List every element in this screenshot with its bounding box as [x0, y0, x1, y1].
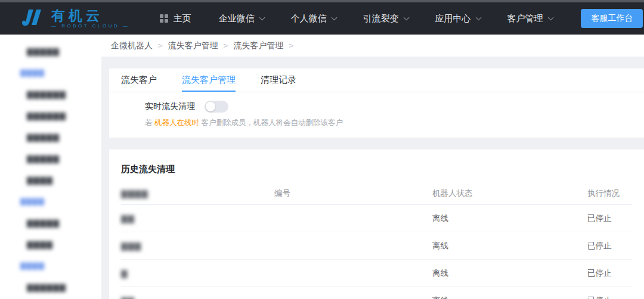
- logo-name-cn: 有机云: [51, 9, 129, 22]
- main-content: 企微机器人 > 流失客户管理 > 流失客户管理 > 流失客户 流失客户管理 清理…: [101, 35, 644, 299]
- cell-robot-status: 离线: [432, 268, 587, 279]
- cell-robot-status: 离线: [432, 295, 587, 299]
- chevron-down-icon: [476, 14, 482, 20]
- menu-item-label: 引流裂变: [363, 13, 398, 24]
- menu-item-label: 主页: [173, 13, 191, 24]
- cell-execution: 已停止: [587, 213, 632, 224]
- tab-bar: 流失客户 流失客户管理 清理记录: [109, 68, 644, 92]
- tab-clean-records[interactable]: 清理记录: [261, 68, 296, 92]
- chevron-down-icon: [404, 14, 410, 20]
- hint-suffix: 客户删除成员，机器人将会自动删除该客户: [199, 119, 343, 127]
- sidebar-item-blurred[interactable]: ▇▇▇▇: [0, 169, 101, 191]
- chevron-down-icon: [332, 14, 338, 20]
- breadcrumb-item[interactable]: 企微机器人: [111, 41, 153, 51]
- menu-item-work-wechat[interactable]: 企业微信: [205, 2, 277, 35]
- chevron-down-icon: [548, 14, 554, 20]
- cell-name-blurred: ▇▇▇: [121, 241, 274, 251]
- sidebar-item-blurred[interactable]: ▇▇▇▇▇▇: [0, 105, 101, 126]
- sidebar-item-blurred[interactable]: ▇▇▇▇▇▇: [0, 276, 101, 298]
- menu-item-personal-wechat[interactable]: 个人微信: [277, 2, 349, 35]
- hint-prefix: 若: [145, 119, 154, 127]
- cell-execution: 已停止: [587, 241, 632, 251]
- column-header-number: 编号: [274, 188, 432, 199]
- realtime-clean-label: 实时流失清理: [145, 101, 195, 112]
- menu-item-label: 个人微信: [290, 13, 326, 24]
- cell-robot-status: 离线: [432, 241, 587, 251]
- table-row[interactable]: ▇ 离线 已停止: [121, 260, 632, 287]
- toggle-knob: [206, 102, 215, 111]
- cell-execution: 已停止: [587, 268, 632, 279]
- column-header-robot-status: 机器人状态: [432, 188, 587, 199]
- table-row[interactable]: ▇▇ 离线 已停止: [121, 205, 632, 232]
- menu-item-label: 客户管理: [507, 13, 543, 24]
- sidebar-item-blurred[interactable]: ▇▇▇▇▇: [0, 212, 101, 233]
- sidebar-section-blurred[interactable]: ▇▇▇▇: [0, 255, 101, 276]
- menu-item-home[interactable]: 主页: [146, 2, 205, 35]
- cell-robot-status: 离线: [432, 213, 587, 224]
- sidebar-section-blurred[interactable]: ▇▇▇▇: [0, 62, 101, 83]
- cell-name-blurred: ▇▇: [121, 214, 274, 223]
- history-section-title: 历史流失清理: [121, 164, 632, 175]
- hint-highlight: 机器人在线时: [154, 119, 199, 127]
- table-header-row: ▇▇▇▇ 编号 机器人状态 执行情况: [121, 182, 632, 205]
- service-workbench-button[interactable]: 客服工作台: [581, 9, 643, 28]
- cell-name-blurred: ▇▇: [121, 296, 274, 299]
- breadcrumb: 企微机器人 > 流失客户管理 > 流失客户管理 >: [101, 35, 644, 57]
- table-row[interactable]: ▇▇ 离线 已停止: [121, 287, 632, 299]
- sidebar-item-blurred[interactable]: ▇▇▇▇▇: [0, 126, 101, 148]
- chevron-down-icon: [259, 14, 265, 20]
- sidebar-item-blurred[interactable]: ▇▇▇▇: [0, 233, 101, 255]
- menu-item-app-center[interactable]: 应用中心: [421, 2, 493, 35]
- realtime-clean-toggle[interactable]: [205, 101, 228, 113]
- menu-item-traffic-fission[interactable]: 引流裂变: [349, 2, 421, 35]
- tab-churn-customer-mgmt[interactable]: 流失客户管理: [182, 68, 236, 92]
- logo-name-en: — ROBOT CLOUD —: [51, 23, 129, 29]
- cell-name-blurred: ▇: [121, 269, 274, 278]
- breadcrumb-separator: >: [158, 41, 163, 50]
- sidebar-item-blurred[interactable]: ▇▇▇▇▇: [0, 41, 101, 62]
- breadcrumb-item[interactable]: 流失客户管理: [168, 41, 218, 51]
- main-menu: 主页 企业微信 个人微信 引流裂变 应用中心 客户管理: [146, 2, 565, 35]
- realtime-clean-row: 实时流失清理: [145, 101, 644, 113]
- tab-churn-customers[interactable]: 流失客户: [121, 68, 157, 92]
- menu-item-label: 应用中心: [435, 13, 470, 24]
- cell-execution: 已停止: [587, 295, 632, 299]
- logo-icon: [21, 8, 45, 29]
- history-clean-card: 历史流失清理 ▇▇▇▇ 编号 机器人状态 执行情况 ▇▇ 离线 已停止 ▇▇▇ …: [109, 150, 644, 299]
- home-grid-icon: [160, 14, 168, 23]
- logo[interactable]: 有机云 — ROBOT CLOUD —: [21, 8, 129, 29]
- breadcrumb-item[interactable]: 流失客户管理: [233, 41, 283, 51]
- sidebar-item-blurred[interactable]: ▇▇▇▇▇▇: [0, 83, 101, 105]
- realtime-clean-hint: 若 机器人在线时 客户删除成员，机器人将会自动删除该客户: [145, 118, 644, 138]
- table-row[interactable]: ▇▇▇ 离线 已停止: [121, 232, 632, 260]
- breadcrumb-separator: >: [224, 41, 228, 50]
- column-header-name-blurred: ▇▇▇▇: [121, 189, 274, 198]
- churn-settings-card: 流失客户 流失客户管理 清理记录 实时流失清理 若 机器人在线时 客户删除成员，…: [109, 68, 644, 138]
- menu-item-customer-mgmt[interactable]: 客户管理: [493, 2, 565, 35]
- column-header-execution: 执行情况: [587, 188, 632, 199]
- menu-item-label: 企业微信: [218, 13, 254, 24]
- sidebar-section-blurred[interactable]: ▇▇▇▇: [0, 191, 101, 212]
- sidebar-item-blurred[interactable]: ▇▇▇▇▇: [0, 148, 101, 169]
- top-navbar: 有机云 — ROBOT CLOUD — 主页 企业微信 个人微信 引流裂变 应用…: [0, 0, 644, 35]
- sidebar: ▇▇▇▇▇ ▇▇▇▇ ▇▇▇▇▇▇ ▇▇▇▇▇▇ ▇▇▇▇▇ ▇▇▇▇▇ ▇▇▇…: [0, 35, 101, 299]
- breadcrumb-separator: >: [289, 41, 293, 50]
